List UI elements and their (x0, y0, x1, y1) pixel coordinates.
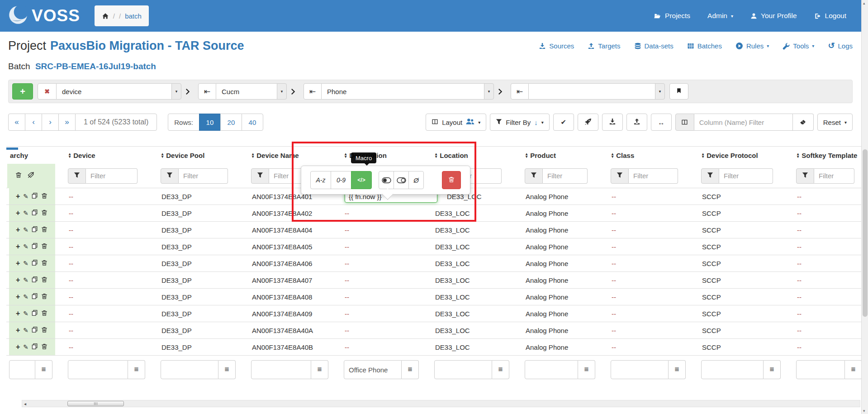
eraser-icon[interactable] (793, 114, 814, 131)
macro-column-input-location[interactable] (434, 360, 492, 379)
column-filter-funnel-button[interactable] (68, 168, 86, 184)
filter-input-device-pool[interactable] (179, 168, 228, 184)
section-nav-data-sets[interactable]: Data-sets (634, 42, 674, 50)
macro-menu-button[interactable]: ≡ (128, 360, 145, 379)
sort-icon[interactable]: ▴▾ (435, 152, 437, 158)
breadcrumb-current[interactable]: batch (125, 12, 142, 20)
sort-icon[interactable]: ▴▾ (345, 152, 346, 158)
add-row-icon[interactable]: + (16, 209, 20, 217)
delete-row-icon[interactable] (41, 309, 47, 318)
delete-row-icon[interactable] (41, 259, 47, 267)
bookmark-button[interactable] (669, 83, 688, 100)
sort-icon[interactable]: ▴▾ (69, 152, 71, 158)
delete-row-icon[interactable] (41, 293, 47, 301)
edit-row-icon[interactable]: ✎ (23, 310, 28, 317)
delete-row-icon[interactable] (41, 209, 47, 217)
macro-column-input-device-pool[interactable] (161, 360, 218, 379)
jump-to-icon[interactable]: ⇤ (198, 83, 216, 100)
edit-row-icon[interactable]: ✎ (23, 193, 28, 200)
alpha-button[interactable]: A-z (310, 171, 331, 189)
add-row-icon[interactable]: + (16, 243, 20, 251)
column-filter-funnel-button[interactable] (796, 168, 814, 184)
select-caret-icon[interactable]: ▾ (277, 83, 287, 100)
table-row[interactable]: +✎--DE33_DPAN00F1374E8A406--DE33_LOCAnal… (6, 255, 868, 272)
table-row[interactable]: +✎--DE33_DPAN00F1374E8A408--DE33_LOCAnal… (6, 289, 868, 305)
macro-menu-button[interactable]: ≡ (218, 360, 236, 379)
delete-row-icon[interactable] (41, 192, 47, 200)
edit-row-icon[interactable]: ✎ (23, 343, 28, 351)
edit-row-icon[interactable]: ✎ (23, 293, 28, 300)
column-header-device-pool[interactable]: ▴▾Device Pool (158, 152, 248, 159)
filter-input-device-protocol[interactable] (719, 168, 773, 184)
cucm-select[interactable]: Cucm (216, 83, 277, 100)
column-filter-funnel-button[interactable] (701, 168, 719, 184)
sort-icon[interactable]: ▴▾ (612, 152, 613, 158)
reset-button[interactable]: Reset ▾ (817, 114, 853, 131)
column-filter-funnel-button[interactable] (525, 168, 543, 184)
macro-menu-button[interactable]: ≡ (492, 360, 509, 379)
macro-menu-button[interactable]: ≡ (669, 360, 686, 379)
add-row-icon[interactable]: + (16, 192, 20, 200)
duplicate-row-icon[interactable] (32, 293, 38, 301)
section-nav-tools[interactable]: Tools▾ (783, 42, 814, 50)
duplicate-row-icon[interactable] (32, 226, 38, 234)
sort-icon[interactable]: ▴▾ (252, 152, 254, 158)
edit-row-icon[interactable]: ✎ (23, 260, 28, 267)
column-name-filter-input[interactable] (694, 114, 793, 131)
duplicate-row-icon[interactable] (32, 259, 38, 267)
nav-your-profile[interactable]: Your Profile (750, 12, 797, 20)
section-nav-rules[interactable]: Rules▾ (735, 42, 769, 50)
nav-projects[interactable]: Projects (653, 12, 690, 20)
scroll-up-arrow-icon[interactable]: ▴ (863, 1, 865, 5)
add-row-icon[interactable]: + (16, 276, 20, 284)
sort-icon[interactable]: ▴▾ (702, 152, 704, 158)
column-header-product[interactable]: ▴▾Product (522, 152, 608, 159)
macro-column-input-device-name[interactable] (251, 360, 311, 379)
duplicate-row-icon[interactable] (32, 326, 38, 334)
type-select[interactable]: device (57, 83, 172, 100)
sort-icon[interactable]: ▴▾ (526, 152, 527, 158)
macro-menu-button[interactable]: ≡ (578, 360, 595, 379)
column-filter-funnel-button[interactable] (611, 168, 629, 184)
vertical-scrollbar[interactable]: ▴ ▾ (861, 0, 868, 414)
jump-to-icon[interactable]: ⇤ (511, 83, 529, 100)
home-icon[interactable] (102, 13, 109, 19)
column-header-softkey-template[interactable]: ▴▾Softkey Template (793, 152, 868, 159)
column-header-device[interactable]: ▴▾Device (65, 152, 158, 159)
macro-column-input-archy[interactable] (9, 360, 35, 379)
delete-row-icon[interactable] (41, 326, 47, 334)
prev-page-button[interactable]: ‹ (25, 114, 42, 131)
tag-slash-icon[interactable] (27, 171, 35, 181)
empty-select[interactable] (529, 83, 655, 100)
table-row[interactable]: +✎--DE33_DPAN00F1374E8A409--DE33_LOCAnal… (6, 305, 868, 322)
macro-code-button[interactable]: </> (351, 171, 372, 189)
macro-column-input-class[interactable] (611, 360, 669, 379)
apply-button[interactable]: ✔ (553, 114, 574, 131)
macro-column-input-description[interactable] (344, 360, 402, 379)
trash-icon[interactable] (15, 171, 22, 180)
add-row-icon[interactable]: + (16, 309, 20, 318)
add-row-icon[interactable]: + (16, 326, 20, 334)
add-selector-button[interactable]: + (12, 83, 33, 100)
import-button[interactable] (602, 114, 623, 131)
table-row[interactable]: +✎--DE33_DPAN00F1374E8A407--DE33_LOCAnal… (6, 272, 868, 289)
macro-column-input-device[interactable] (68, 360, 128, 379)
add-row-icon[interactable]: + (16, 343, 20, 351)
horizontal-scrollbar-thumb[interactable] (67, 401, 124, 406)
layout-button[interactable]: Layout ▾ (426, 114, 486, 131)
batch-name-link[interactable]: SRC-PB-EMEA-16Jul19-batch (35, 62, 156, 71)
scroll-left-arrow-icon[interactable]: ◂ (24, 401, 26, 406)
expand-columns-button[interactable]: ↔ (651, 114, 672, 131)
section-nav-logs[interactable]: ↺Logs (828, 42, 853, 50)
rows-option-40[interactable]: 40 (242, 114, 263, 131)
column-header-device-protocol[interactable]: ▴▾Device Protocol (698, 152, 793, 159)
column-header-location[interactable]: ▴▾Location (432, 152, 522, 159)
rows-option-10[interactable]: 10 (199, 114, 221, 131)
macro-menu-button[interactable]: ≡ (845, 360, 862, 379)
jump-to-icon[interactable]: ⇤ (304, 83, 322, 100)
filter-input-class[interactable] (629, 168, 678, 184)
edit-row-icon[interactable]: ✎ (23, 209, 28, 217)
select-caret-icon[interactable]: ▾ (484, 83, 494, 100)
add-row-icon[interactable]: + (16, 259, 20, 267)
toggle-on-icon[interactable] (379, 171, 394, 189)
